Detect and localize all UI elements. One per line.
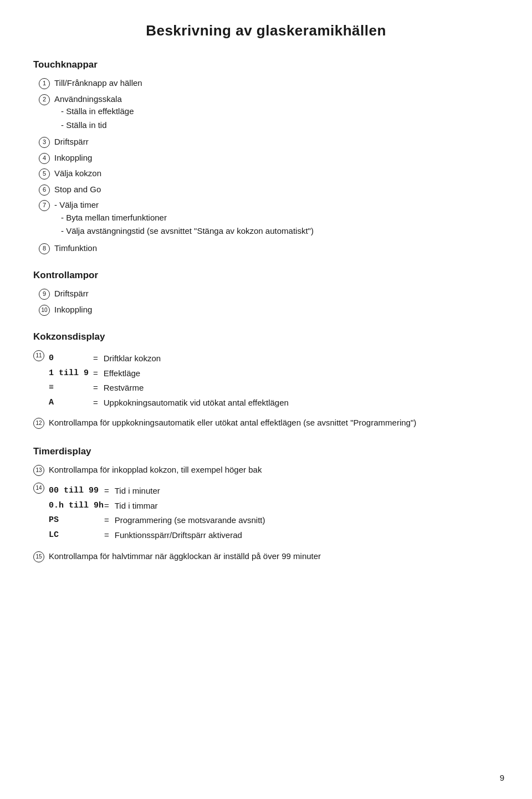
item-number-8: 8 — [39, 243, 50, 254]
item-number-5: 5 — [39, 168, 50, 180]
equals-sign: = — [93, 352, 98, 365]
item-number-1: 1 — [39, 78, 50, 89]
display-desc: Restvärme — [104, 382, 144, 395]
list-item: 10 Inkoppling — [39, 304, 499, 316]
display-table-11: 0 = Driftklar kokzon 1 till 9 = Effektlä… — [49, 352, 289, 409]
display-desc: Funktionsspärr/Driftspärr aktiverad — [115, 529, 242, 542]
item-number-14: 14 — [33, 483, 44, 494]
timerdisplay-item-15: 15 Kontrollampa för halvtimmar när äggkl… — [33, 550, 499, 563]
page-container: Beskrivning av glaskeramikhällen Touchkn… — [0, 0, 532, 799]
list-item: 7 - Välja timer - Byta mellan timerfunkt… — [39, 199, 499, 239]
display-symbol: A — [49, 397, 93, 409]
display-symbol: ≡ — [49, 382, 93, 395]
item-text-9: Driftspärr — [54, 288, 499, 300]
display-symbol: 0 — [49, 352, 93, 365]
kontrollampor-heading: Kontrollampor — [33, 270, 499, 281]
sub-list-item: - Välja avstängningstid (se avsnittet "S… — [57, 225, 499, 238]
display-row: ≡ = Restvärme — [49, 382, 289, 395]
list-item: 6 Stop and Go — [39, 183, 499, 196]
item-text-1: Till/Frånknapp av hällen — [54, 77, 499, 90]
display-row: 0.h till 9h = Tid i timmar — [49, 500, 265, 513]
timerdisplay-item-14: 14 00 till 99 = Tid i minuter 0.h till 9… — [33, 482, 499, 546]
display-symbol: PS — [49, 514, 104, 527]
kokzonsdisplay-item-11: 11 0 = Driftklar kokzon 1 till 9 = Effek… — [33, 349, 499, 413]
list-item: 5 Välja kokzon — [39, 167, 499, 180]
item-text-2: Användningsskala - Ställa in effektläge … — [54, 93, 499, 133]
kokzonsdisplay-item-12: 12 Kontrollampa för uppkokningsautomatik… — [33, 417, 499, 429]
item-number-4: 4 — [39, 153, 50, 164]
sub-list-item: - Ställa in effektläge — [57, 105, 499, 118]
display-symbol: 1 till 9 — [49, 367, 93, 380]
item-text-7: - Välja timer - Byta mellan timerfunktio… — [54, 199, 499, 239]
item-text-5: Välja kokzon — [54, 167, 499, 180]
sub-list-2: - Ställa in effektläge - Ställa in tid — [57, 105, 499, 131]
item-number-9: 9 — [39, 289, 50, 300]
item-number-15: 15 — [33, 551, 44, 562]
equals-sign: = — [104, 500, 109, 513]
item-text-15: Kontrollampa för halvtimmar när äggklock… — [49, 550, 499, 563]
display-row: LC = Funktionsspärr/Driftspärr aktiverad — [49, 529, 265, 542]
item-number-13: 13 — [33, 465, 44, 476]
display-desc: Tid i timmar — [115, 500, 158, 513]
sub-list-item: - Byta mellan timerfunktioner — [57, 212, 499, 224]
display-row: 0 = Driftklar kokzon — [49, 352, 289, 365]
item-text-8: Timfunktion — [54, 242, 499, 255]
display-block-14: 00 till 99 = Tid i minuter 0.h till 9h =… — [49, 482, 265, 546]
list-item: 2 Användningsskala - Ställa in effektläg… — [39, 93, 499, 133]
touchknappar-heading: Touchknappar — [33, 59, 499, 70]
display-symbol: 00 till 99 — [49, 485, 104, 498]
item-number-6: 6 — [39, 185, 50, 196]
display-desc: Effektläge — [104, 367, 140, 380]
item-text-4: Inkoppling — [54, 152, 499, 165]
display-desc: Tid i minuter — [115, 485, 160, 498]
list-item: 4 Inkoppling — [39, 152, 499, 165]
list-item: 1 Till/Frånknapp av hällen — [39, 77, 499, 90]
equals-sign: = — [104, 529, 109, 542]
display-row: PS = Programmering (se motsvarande avsni… — [49, 514, 265, 527]
item-text-13: Kontrollampa för inkopplad kokzon, till … — [49, 464, 499, 477]
list-item: 9 Driftspärr — [39, 288, 499, 300]
equals-sign: = — [104, 514, 109, 527]
item-text-6: Stop and Go — [54, 183, 499, 196]
item-number-3: 3 — [39, 137, 50, 148]
display-table-14: 00 till 99 = Tid i minuter 0.h till 9h =… — [49, 485, 265, 541]
item-text-10: Inkoppling — [54, 304, 499, 316]
display-row: 1 till 9 = Effektläge — [49, 367, 289, 380]
item-number-2: 2 — [39, 94, 50, 105]
timerdisplay-item-13: 13 Kontrollampa för inkopplad kokzon, ti… — [33, 464, 499, 477]
equals-sign: = — [93, 382, 98, 395]
timerdisplay-heading: Timerdisplay — [33, 446, 499, 457]
item-number-7: 7 — [39, 200, 50, 211]
equals-sign: = — [93, 397, 98, 409]
display-desc: Programmering (se motsvarande avsnitt) — [115, 514, 265, 527]
display-desc: Uppkokningsautomatik vid utökat antal ef… — [104, 397, 289, 409]
page-number: 9 — [500, 773, 504, 782]
list-item: 8 Timfunktion — [39, 242, 499, 255]
kokzonsdisplay-heading: Kokzonsdisplay — [33, 331, 499, 342]
display-symbol: 0.h till 9h — [49, 500, 104, 513]
display-row: A = Uppkokningsautomatik vid utökat anta… — [49, 397, 289, 409]
kontrollampor-list: 9 Driftspärr 10 Inkoppling — [39, 288, 499, 316]
equals-sign: = — [104, 485, 109, 498]
item-number-12: 12 — [33, 418, 44, 429]
list-item: 3 Driftspärr — [39, 136, 499, 148]
item-text-12: Kontrollampa för uppkokningsautomatik el… — [49, 417, 499, 429]
display-symbol: LC — [49, 529, 104, 542]
item-number-10: 10 — [39, 305, 50, 316]
touchknappar-list: 1 Till/Frånknapp av hällen 2 Användnings… — [39, 77, 499, 254]
item-text-3: Driftspärr — [54, 136, 499, 148]
sub-list-7: - Byta mellan timerfunktioner - Välja av… — [57, 212, 499, 238]
item-number-11: 11 — [33, 350, 44, 361]
display-row: 00 till 99 = Tid i minuter — [49, 485, 265, 498]
sub-list-item: - Ställa in tid — [57, 119, 499, 132]
page-title: Beskrivning av glaskeramikhällen — [33, 22, 499, 39]
equals-sign: = — [93, 367, 98, 380]
display-desc: Driftklar kokzon — [104, 352, 161, 365]
display-block: 0 = Driftklar kokzon 1 till 9 = Effektlä… — [49, 349, 289, 413]
